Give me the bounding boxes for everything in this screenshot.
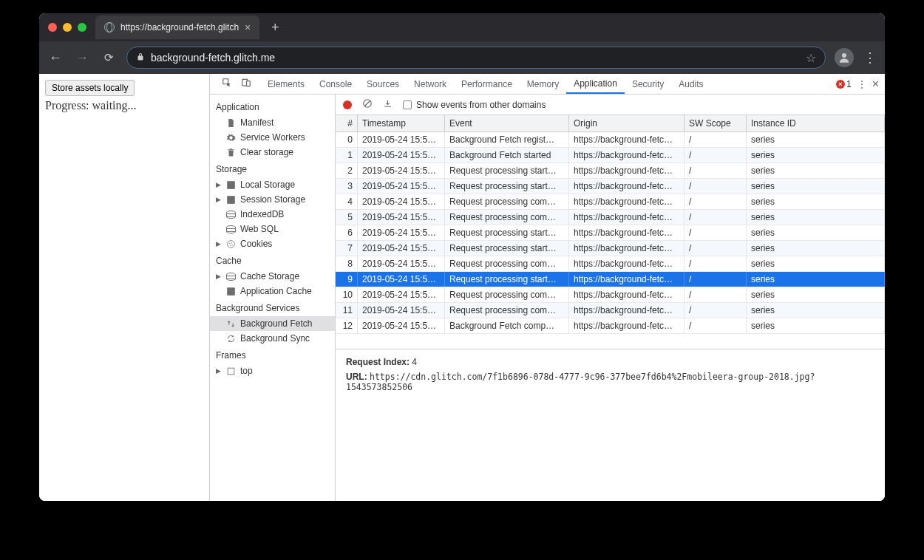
- tree-item[interactable]: Background Sync: [210, 331, 335, 346]
- devtools-close-icon[interactable]: ×: [872, 78, 879, 91]
- column-header[interactable]: Origin: [569, 115, 684, 132]
- table-cell: 2019-05-24 15:5…: [358, 225, 445, 240]
- table-cell: /: [684, 241, 747, 256]
- panel-tab-elements[interactable]: Elements: [260, 74, 312, 94]
- table-row[interactable]: 102019-05-24 15:5…Request processing com…: [336, 287, 885, 303]
- tree-item[interactable]: IndexedDB: [210, 207, 335, 222]
- back-button[interactable]: ←: [47, 50, 64, 66]
- svg-rect-9: [228, 368, 234, 375]
- browser-menu-icon[interactable]: ⋮: [863, 49, 877, 66]
- profile-avatar[interactable]: [835, 48, 854, 67]
- inspect-element-icon[interactable]: [217, 78, 237, 90]
- panel-tab-audits[interactable]: Audits: [671, 74, 710, 94]
- table-cell: Request processing com…: [445, 210, 569, 225]
- column-header[interactable]: Timestamp: [358, 115, 445, 132]
- table-cell: Background Fetch comp…: [445, 318, 569, 333]
- grid-icon: [226, 195, 236, 205]
- tree-item[interactable]: Service Workers: [210, 130, 335, 145]
- panel-tab-console[interactable]: Console: [312, 74, 359, 94]
- record-button[interactable]: [343, 100, 352, 109]
- application-sidebar: ApplicationManifestService WorkersClear …: [210, 95, 336, 501]
- table-row[interactable]: 42019-05-24 15:5…Request processing com……: [336, 194, 885, 210]
- table-cell: /: [684, 272, 747, 287]
- panel-tab-sources[interactable]: Sources: [359, 74, 407, 94]
- table-cell: Background Fetch regist…: [445, 132, 569, 147]
- file-icon: [226, 118, 236, 128]
- browser-tab[interactable]: https://background-fetch.glitch ×: [95, 16, 259, 39]
- tree-item[interactable]: Manifest: [210, 115, 335, 130]
- devtools-panel: ElementsConsoleSourcesNetworkPerformance…: [209, 74, 885, 501]
- panel-tab-security[interactable]: Security: [625, 74, 671, 94]
- tree-item-label: Session Storage: [240, 194, 305, 205]
- tree-item[interactable]: ▶Cache Storage: [210, 269, 335, 284]
- table-row[interactable]: 32019-05-24 15:5…Request processing star…: [336, 179, 885, 194]
- new-tab-button[interactable]: +: [265, 18, 285, 37]
- table-cell: https://background-fetc…: [569, 241, 684, 256]
- table-cell: 2: [336, 163, 358, 178]
- table-cell: series: [747, 256, 885, 271]
- table-row[interactable]: 72019-05-24 15:5…Request processing star…: [336, 241, 885, 256]
- tree-item[interactable]: ▶top: [210, 363, 335, 378]
- progress-text: Progress: waiting...: [45, 99, 203, 112]
- table-cell: Request processing com…: [445, 287, 569, 302]
- maximize-window-icon[interactable]: [78, 23, 86, 32]
- tabstrip: https://background-fetch.glitch × +: [95, 16, 285, 39]
- column-header[interactable]: #: [336, 115, 358, 132]
- cookie-icon: [226, 239, 236, 249]
- tree-item[interactable]: Clear storage: [210, 145, 335, 160]
- device-toggle-icon[interactable]: [237, 78, 256, 90]
- panel-tab-memory[interactable]: Memory: [520, 74, 566, 94]
- column-header[interactable]: SW Scope: [684, 115, 747, 132]
- tree-item[interactable]: Application Cache: [210, 284, 335, 298]
- table-cell: /: [684, 318, 747, 333]
- tree-item[interactable]: ▶Local Storage: [210, 177, 335, 192]
- tree-item[interactable]: ▶Cookies: [210, 236, 335, 251]
- window-controls: [48, 23, 86, 32]
- table-cell: /: [684, 256, 747, 271]
- table-cell: series: [747, 179, 885, 194]
- checkbox-icon: [403, 100, 412, 109]
- table-cell: https://background-fetc…: [569, 163, 684, 178]
- reload-button[interactable]: ⟳: [100, 51, 118, 64]
- column-header[interactable]: Instance ID: [747, 115, 885, 132]
- tree-item[interactable]: Web SQL: [210, 222, 335, 236]
- column-header[interactable]: Event: [445, 115, 569, 132]
- bookmark-icon[interactable]: ☆: [806, 51, 816, 65]
- table-cell: 10: [336, 287, 358, 302]
- table-row[interactable]: 92019-05-24 15:5…Request processing star…: [336, 272, 885, 287]
- table-cell: /: [684, 225, 747, 240]
- tree-item[interactable]: ▶Session Storage: [210, 192, 335, 207]
- table-cell: /: [684, 163, 747, 178]
- store-assets-button[interactable]: Store assets locally: [45, 80, 135, 96]
- devtools-menu-icon[interactable]: ⋮: [857, 79, 866, 89]
- forward-button[interactable]: →: [73, 50, 91, 66]
- table-row[interactable]: 122019-05-24 15:5…Background Fetch comp……: [336, 318, 885, 334]
- clear-button[interactable]: [362, 98, 373, 111]
- titlebar: https://background-fetch.glitch × +: [39, 13, 885, 41]
- panel-tab-application[interactable]: Application: [566, 74, 625, 94]
- download-icon[interactable]: [383, 99, 393, 111]
- table-cell: 12: [336, 318, 358, 333]
- minimize-window-icon[interactable]: [63, 23, 72, 32]
- table-row[interactable]: 112019-05-24 15:5…Request processing com…: [336, 303, 885, 318]
- table-row[interactable]: 02019-05-24 15:5…Background Fetch regist…: [336, 132, 885, 148]
- table-cell: /: [684, 303, 747, 318]
- show-events-checkbox[interactable]: Show events from other domains: [403, 100, 546, 110]
- table-row[interactable]: 22019-05-24 15:5…Request processing star…: [336, 163, 885, 179]
- table-cell: 2019-05-24 15:5…: [358, 256, 445, 271]
- tree-item-label: Web SQL: [240, 224, 279, 234]
- table-cell: https://background-fetc…: [569, 132, 684, 147]
- address-bar[interactable]: background-fetch.glitch.me ☆: [126, 47, 826, 69]
- table-row[interactable]: 82019-05-24 15:5…Request processing com……: [336, 256, 885, 272]
- error-badge[interactable]: × 1: [836, 79, 852, 89]
- table-row[interactable]: 62019-05-24 15:5…Request processing star…: [336, 225, 885, 241]
- close-tab-icon[interactable]: ×: [245, 21, 251, 33]
- show-events-label: Show events from other domains: [416, 100, 546, 110]
- panel-tab-network[interactable]: Network: [407, 74, 454, 94]
- table-row[interactable]: 12019-05-24 15:5…Background Fetch starte…: [336, 148, 885, 163]
- table-row[interactable]: 52019-05-24 15:5…Request processing com……: [336, 210, 885, 225]
- table-cell: https://background-fetc…: [569, 272, 684, 287]
- close-window-icon[interactable]: [48, 23, 57, 32]
- panel-tab-performance[interactable]: Performance: [454, 74, 520, 94]
- tree-item[interactable]: Background Fetch: [210, 316, 335, 331]
